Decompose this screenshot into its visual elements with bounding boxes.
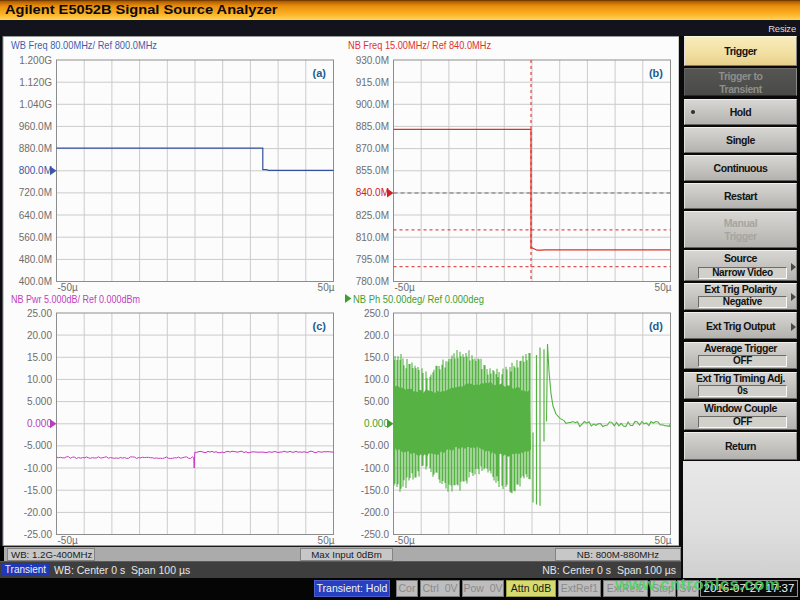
svg-text:855.0M: 855.0M [356, 165, 389, 176]
svg-text:5.000: 5.000 [27, 396, 52, 407]
svg-text:1.200G: 1.200G [19, 55, 52, 66]
svg-text:NB Freq 15.00MHz/ Ref 840.0MHz: NB Freq 15.00MHz/ Ref 840.0MHz [348, 39, 491, 51]
svg-text:(b): (b) [649, 67, 663, 79]
svg-text:25.00: 25.00 [27, 308, 52, 319]
svg-text:50.00: 50.00 [364, 396, 389, 407]
svg-text:780.0M: 780.0M [356, 276, 389, 287]
svg-text:-5.000: -5.000 [24, 440, 53, 451]
svg-text:200.0: 200.0 [364, 330, 389, 341]
svg-text:NB Ph 50.00deg/ Ref 0.000deg: NB Ph 50.00deg/ Ref 0.000deg [353, 293, 484, 305]
svg-text:10.00: 10.00 [27, 374, 52, 385]
svg-text:840.0M: 840.0M [356, 187, 389, 198]
svg-text:870.0M: 870.0M [356, 143, 389, 154]
svg-text:-10.00: -10.00 [24, 463, 53, 474]
svg-text:250.0: 250.0 [364, 308, 389, 319]
svg-text:880.0M: 880.0M [19, 143, 52, 154]
svg-text:150.0: 150.0 [364, 352, 389, 363]
svg-text:(d): (d) [649, 320, 663, 332]
svg-text:-50µ: -50µ [58, 282, 78, 293]
svg-text:1.040G: 1.040G [19, 99, 52, 110]
svg-text:885.0M: 885.0M [356, 121, 389, 132]
svg-text:930.0M: 930.0M [356, 55, 389, 66]
svg-text:-50.00: -50.00 [361, 440, 390, 451]
svg-text:-50µ: -50µ [395, 535, 415, 546]
svg-text:-50µ: -50µ [58, 535, 78, 546]
svg-text:-200.0: -200.0 [361, 507, 390, 518]
svg-text:50µ: 50µ [655, 535, 672, 546]
svg-text:-50µ: -50µ [395, 282, 415, 293]
svg-text:20.00: 20.00 [27, 330, 52, 341]
svg-text:810.0M: 810.0M [356, 232, 389, 243]
svg-text:NB Pwr 5.000dB/ Ref 0.000dBm: NB Pwr 5.000dB/ Ref 0.000dBm [11, 293, 140, 305]
svg-text:15.00: 15.00 [27, 352, 52, 363]
svg-text:400.0M: 400.0M [19, 276, 52, 287]
svg-text:-100.0: -100.0 [361, 463, 390, 474]
svg-text:50µ: 50µ [318, 535, 335, 546]
svg-text:WB Freq 80.00MHz/ Ref 800.0MHz: WB Freq 80.00MHz/ Ref 800.0MHz [11, 39, 157, 51]
svg-text:-25.00: -25.00 [24, 529, 53, 540]
svg-text:-20.00: -20.00 [24, 507, 53, 518]
svg-text:-150.0: -150.0 [361, 485, 390, 496]
svg-text:825.0M: 825.0M [356, 210, 389, 221]
svg-text:900.0M: 900.0M [356, 99, 389, 110]
svg-text:800.0M: 800.0M [19, 165, 52, 176]
svg-text:(c): (c) [313, 320, 327, 332]
svg-text:915.0M: 915.0M [356, 77, 389, 88]
svg-text:-250.0: -250.0 [361, 529, 390, 540]
svg-text:1.120G: 1.120G [19, 77, 52, 88]
svg-text:-15.00: -15.00 [24, 485, 53, 496]
svg-text:720.0M: 720.0M [19, 187, 52, 198]
svg-text:100.0: 100.0 [364, 374, 389, 385]
svg-text:50µ: 50µ [655, 282, 672, 293]
svg-text:960.0M: 960.0M [19, 121, 52, 132]
svg-text:0.000: 0.000 [27, 418, 52, 429]
svg-text:795.0M: 795.0M [356, 254, 389, 265]
svg-text:480.0M: 480.0M [19, 254, 52, 265]
svg-text:0.000: 0.000 [364, 418, 389, 429]
svg-text:(a): (a) [313, 67, 327, 79]
svg-text:560.0M: 560.0M [19, 232, 52, 243]
svg-text:50µ: 50µ [318, 282, 335, 293]
svg-text:640.0M: 640.0M [19, 210, 52, 221]
